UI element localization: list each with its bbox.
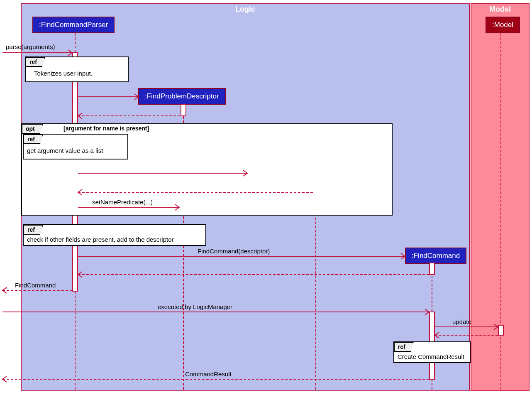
- message-executed: [2, 312, 429, 312]
- fragment-guard: [argument for name is present]: [63, 125, 149, 132]
- message-setname-label: setNamePredicate(...): [92, 199, 153, 206]
- fragment-body: Tokenizes user input.: [34, 70, 93, 77]
- arrow-head: [175, 204, 181, 210]
- fragment-label: opt: [22, 124, 43, 134]
- fragment-body: Create CommandResult: [398, 353, 464, 360]
- participant-label: :Model: [492, 21, 513, 29]
- message-return-findcommand: [78, 274, 429, 275]
- arrow-head: [78, 189, 84, 195]
- message-findcommand-out: [2, 290, 72, 291]
- message-findcommand-label: FindCommand(descriptor): [198, 248, 270, 255]
- arrow-head: [243, 170, 249, 176]
- participant-label: :FindCommand: [412, 252, 460, 260]
- message-update-label: update: [452, 318, 471, 325]
- fragment-ref-getarg: ref get argument value as a list: [23, 134, 128, 159]
- fragment-label: ref: [394, 342, 414, 352]
- frame-logic-title: Logic: [22, 4, 469, 15]
- message-update-return: [435, 335, 498, 336]
- participant-model: :Model: [486, 17, 520, 33]
- arrow-head: [494, 324, 500, 330]
- participant-findcommandparser: :FindCommandParser: [32, 17, 115, 33]
- arrow-head: [2, 376, 8, 382]
- fragment-body: check if other fields are present, add t…: [27, 236, 174, 243]
- message-return-descriptor: [78, 115, 180, 116]
- message-commandresult: [2, 379, 429, 380]
- arrow-head: [401, 253, 407, 259]
- message-parse-line: [2, 52, 72, 53]
- participant-label: :FindCommandParser: [39, 21, 108, 29]
- arrow-head: [78, 113, 84, 119]
- participant-label: :FindProblemDescriptor: [145, 92, 219, 100]
- fragment-label: ref: [23, 134, 43, 144]
- fragment-body: get argument value as a list: [27, 147, 103, 154]
- arrow-head: [435, 332, 441, 338]
- message-return-predicate: [78, 192, 313, 193]
- fragment-ref-checkfields: ref check if other fields are present, a…: [23, 224, 206, 246]
- message-update: [435, 326, 498, 327]
- participant-findcommand: :FindCommand: [405, 248, 466, 264]
- message-findcommand-return-label: FindCommand: [15, 282, 56, 289]
- arrow-head: [425, 309, 431, 315]
- frame-model-title: Model: [471, 4, 529, 15]
- lifeline-model: [500, 33, 501, 390]
- message-commandresult-label: CommandResult: [185, 370, 232, 378]
- arrow-head: [68, 50, 74, 56]
- arrow-head: [134, 94, 140, 100]
- fragment-ref-createresult: ref Create CommandResult: [393, 341, 471, 363]
- activation-command-1: [429, 263, 435, 275]
- participant-findproblemdescriptor: :FindProblemDescriptor: [138, 88, 226, 105]
- sequence-diagram: Logic Model :FindCommandParser :FindProb…: [0, 0, 532, 395]
- fragment-ref-tokenize: ref Tokenizes user input.: [25, 56, 129, 82]
- message-executed-label: executed by LogicManager: [158, 303, 232, 310]
- message-create-findcommand: [78, 256, 405, 257]
- message-create-predicate: [78, 173, 247, 174]
- activation-descriptor: [181, 104, 186, 116]
- message-create-descriptor: [78, 96, 139, 97]
- message-parse-label: parse(arguments): [6, 43, 55, 50]
- message-setnamepredicate: [78, 207, 179, 208]
- fragment-label: ref: [23, 225, 43, 235]
- arrow-head: [2, 287, 8, 293]
- arrow-head: [78, 272, 84, 277]
- fragment-label: ref: [25, 57, 45, 67]
